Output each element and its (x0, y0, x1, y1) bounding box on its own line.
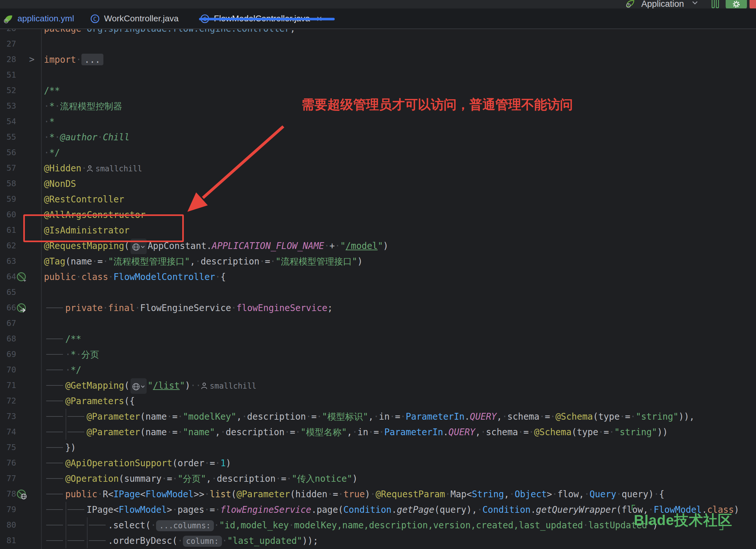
line-number[interactable]: 28 (0, 52, 16, 67)
code-line[interactable]: 80.select(·...columns:·"id,model_key·mod… (0, 517, 756, 533)
code-text[interactable]: public·R<IPage<FlowModel>>·list(@Paramet… (44, 486, 756, 502)
line-number[interactable]: 60 (0, 207, 16, 222)
line-number[interactable]: 59 (0, 191, 16, 207)
code-text[interactable]: .select(·...columns:·"id,model_key·model… (44, 517, 756, 533)
code-line[interactable]: 77@Operation(summary·=·"分页",·description… (0, 471, 756, 486)
line-number[interactable]: 79 (0, 502, 16, 517)
code-line[interactable]: 71@GetMapping("/list")··smallchill (0, 378, 756, 393)
line-number[interactable]: 77 (0, 471, 16, 486)
code-line[interactable]: 79IPage<FlowModel>·pages·=·flowEngineSer… (0, 502, 756, 517)
code-line[interactable]: 62@RequestMapping(AppConstant.APPLICATIO… (0, 238, 756, 253)
line-number[interactable]: 73 (0, 409, 16, 424)
line-number[interactable]: 57 (0, 160, 16, 176)
code-text[interactable]: @Operation(summary·=·"分页",·description·=… (44, 471, 756, 486)
code-text[interactable]: @GetMapping("/list")··smallchill (44, 378, 756, 393)
tab-WorkController.java[interactable]: CWorkController.java (90, 9, 193, 28)
line-number[interactable]: 62 (0, 238, 16, 253)
code-text[interactable]: ·*·流程模型控制器 (44, 98, 756, 114)
author-inlay[interactable]: smallchill (201, 382, 257, 391)
line-number[interactable]: 66 (0, 300, 16, 316)
code-line[interactable]: 66 private·final·FlowEngineService·flowE… (0, 300, 756, 316)
code-text[interactable]: ·*/ (44, 362, 756, 378)
gutter-bean-arrow-icon[interactable] (16, 303, 26, 313)
parameter-name-hint[interactable]: column: (183, 536, 222, 547)
code-line[interactable]: 28>import·... (0, 52, 756, 67)
line-number[interactable]: 55 (0, 129, 16, 145)
line-number[interactable]: 51 (0, 67, 16, 83)
code-line[interactable]: 54·* (0, 114, 756, 129)
author-inlay[interactable]: smallchill (87, 164, 142, 173)
line-number[interactable]: 68 (0, 331, 16, 347)
code-text[interactable]: ·* (44, 114, 756, 129)
code-line[interactable]: 67 (0, 316, 756, 331)
code-line[interactable]: 56·*/ (0, 145, 756, 160)
code-text[interactable] (44, 285, 756, 300)
gutter-bean-globe-icon[interactable] (16, 489, 26, 499)
line-number[interactable]: 75 (0, 440, 16, 455)
code-line[interactable]: 70·*/ (0, 362, 756, 378)
line-number[interactable]: 81 (0, 533, 16, 548)
code-text[interactable]: @NonDS (44, 176, 756, 191)
code-line[interactable]: 58@NonDS (0, 176, 756, 191)
code-text[interactable]: public·class·FlowModelController·{ (44, 269, 756, 285)
code-text[interactable]: @Hidden·smallchill (44, 160, 756, 176)
code-line[interactable]: 60@AllArgsConstructor (0, 207, 756, 222)
run-configuration-label[interactable]: Application (641, 0, 684, 9)
code-line[interactable]: 53·*·流程模型控制器 (0, 98, 756, 114)
line-number[interactable]: 61 (0, 222, 16, 238)
code-line[interactable]: 69·*·分页 (0, 347, 756, 362)
url-inlay[interactable] (131, 378, 147, 394)
code-text[interactable]: @Parameters({ (44, 393, 756, 409)
code-text[interactable] (44, 316, 756, 331)
code-line[interactable]: 52/** (0, 83, 756, 98)
line-number[interactable]: 52 (0, 83, 16, 98)
code-line[interactable]: 78 public·R<IPage<FlowModel>>·list(@Para… (0, 486, 756, 502)
code-line[interactable]: 74@Parameter(name·=·"name",·description·… (0, 424, 756, 440)
line-number[interactable]: 70 (0, 362, 16, 378)
code-text[interactable]: ·*·分页 (44, 347, 756, 362)
code-text[interactable]: }) (44, 440, 756, 455)
code-text[interactable]: @ApiOperationSupport(order·=·1) (44, 455, 756, 471)
code-text[interactable]: .orderByDesc(·column:·"last_updated")); (44, 533, 756, 548)
code-text[interactable]: @IsAdministrator (44, 222, 756, 238)
line-number[interactable]: 58 (0, 176, 16, 191)
line-number[interactable]: 63 (0, 253, 16, 269)
editor[interactable]: 26package·org.springblade.flow.engine.co… (0, 0, 756, 549)
line-number[interactable]: 74 (0, 424, 16, 440)
code-text[interactable]: @Tag(name·=·"流程模型管理接口",·description·=·"流… (44, 253, 756, 269)
code-text[interactable]: @RequestMapping(AppConstant.APPLICATION_… (44, 238, 756, 253)
url-link[interactable]: /model (346, 240, 378, 251)
line-number[interactable]: 53 (0, 98, 16, 114)
code-line[interactable]: 72@Parameters({ (0, 393, 756, 409)
code-line[interactable]: 81.orderByDesc(·column:·"last_updated"))… (0, 533, 756, 548)
line-number[interactable]: 27 (0, 36, 16, 52)
code-text[interactable]: /** (44, 83, 756, 98)
line-number[interactable]: 80 (0, 517, 16, 533)
code-text[interactable]: ·*/ (44, 145, 756, 160)
line-number[interactable]: 71 (0, 378, 16, 393)
code-text[interactable]: /** (44, 331, 756, 347)
line-number[interactable]: 64 (0, 269, 16, 285)
line-number[interactable]: 78 (0, 486, 16, 502)
url-link[interactable]: /list (153, 380, 180, 391)
code-text[interactable] (44, 67, 756, 83)
code-line[interactable]: 65 (0, 285, 756, 300)
line-number[interactable]: 72 (0, 393, 16, 409)
code-text[interactable]: @Parameter(name·=·"modelKey",·descriptio… (44, 409, 756, 424)
code-text[interactable]: @AllArgsConstructor (44, 207, 756, 222)
code-line[interactable]: 59@RestController (0, 191, 756, 207)
pause-icon[interactable] (710, 0, 720, 9)
code-line[interactable]: 63@Tag(name·=·"流程模型管理接口",·description·=·… (0, 253, 756, 269)
line-number[interactable]: 69 (0, 347, 16, 362)
code-text[interactable]: ·*·@author·Chill (44, 129, 756, 145)
code-text[interactable]: IPage<FlowModel>·pages·=·flowEngineServi… (44, 502, 756, 517)
parameter-name-hint[interactable]: ...columns: (156, 520, 214, 531)
code-line[interactable]: 73@Parameter(name·=·"modelKey",·descript… (0, 409, 756, 424)
code-text[interactable]: @Parameter(name·=·"name",·description·=·… (44, 424, 756, 440)
stop-button[interactable] (750, 0, 756, 9)
code-line[interactable]: 75}) (0, 440, 756, 455)
folded-imports[interactable]: ... (81, 54, 103, 65)
code-text[interactable]: @RestController (44, 191, 756, 207)
code-line[interactable]: 57@Hidden·smallchill (0, 160, 756, 176)
line-number[interactable]: 54 (0, 114, 16, 129)
